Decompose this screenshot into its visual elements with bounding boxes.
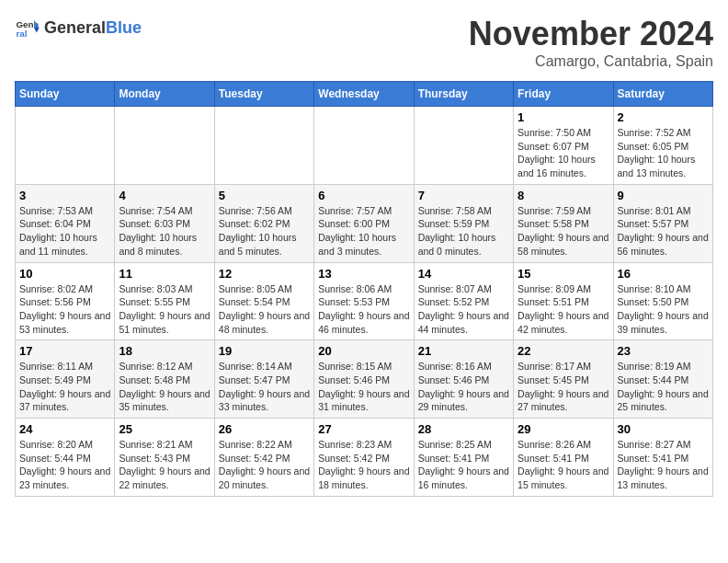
calendar-cell: 19Sunrise: 8:14 AMSunset: 5:47 PMDayligh… bbox=[214, 340, 313, 419]
day-number: 5 bbox=[219, 189, 310, 202]
day-info: Sunrise: 7:58 AMSunset: 5:59 PMDaylight:… bbox=[418, 204, 509, 259]
day-number: 10 bbox=[19, 267, 110, 281]
day-info: Sunrise: 8:09 AMSunset: 5:51 PMDaylight:… bbox=[518, 282, 609, 337]
day-number: 22 bbox=[518, 344, 609, 358]
calendar-cell bbox=[115, 107, 214, 185]
day-number: 9 bbox=[618, 189, 709, 202]
weekday-header-tuesday: Tuesday bbox=[214, 82, 313, 107]
day-number: 7 bbox=[418, 189, 509, 202]
calendar-cell bbox=[314, 107, 414, 185]
location-title: Camargo, Cantabria, Spain bbox=[469, 53, 713, 70]
calendar-cell: 18Sunrise: 8:12 AMSunset: 5:48 PMDayligh… bbox=[115, 340, 214, 419]
day-number: 14 bbox=[418, 267, 509, 281]
day-number: 11 bbox=[119, 267, 210, 281]
calendar-cell: 26Sunrise: 8:22 AMSunset: 5:42 PMDayligh… bbox=[214, 419, 313, 497]
day-number: 3 bbox=[19, 189, 110, 202]
logo-text-blue: Blue bbox=[106, 18, 142, 37]
calendar-cell: 6Sunrise: 7:57 AMSunset: 6:00 PMDaylight… bbox=[314, 184, 414, 262]
day-info: Sunrise: 7:56 AMSunset: 6:02 PMDaylight:… bbox=[219, 204, 310, 259]
day-number: 27 bbox=[318, 422, 409, 436]
day-number: 12 bbox=[219, 267, 310, 281]
day-info: Sunrise: 7:50 AMSunset: 6:07 PMDaylight:… bbox=[518, 126, 609, 180]
day-info: Sunrise: 8:05 AMSunset: 5:54 PMDaylight:… bbox=[219, 282, 310, 337]
calendar-cell: 13Sunrise: 8:06 AMSunset: 5:53 PMDayligh… bbox=[314, 262, 414, 340]
day-number: 8 bbox=[518, 189, 609, 202]
day-number: 29 bbox=[518, 422, 609, 436]
day-number: 28 bbox=[418, 422, 509, 436]
day-info: Sunrise: 8:15 AMSunset: 5:46 PMDaylight:… bbox=[318, 360, 409, 414]
day-number: 6 bbox=[318, 189, 409, 202]
calendar-cell: 14Sunrise: 8:07 AMSunset: 5:52 PMDayligh… bbox=[414, 262, 513, 340]
day-number: 25 bbox=[119, 422, 210, 436]
day-number: 2 bbox=[618, 110, 709, 124]
calendar-cell bbox=[16, 107, 115, 185]
day-info: Sunrise: 8:07 AMSunset: 5:52 PMDaylight:… bbox=[418, 282, 509, 337]
svg-marker-3 bbox=[34, 28, 40, 33]
calendar-cell: 23Sunrise: 8:19 AMSunset: 5:44 PMDayligh… bbox=[613, 340, 712, 419]
day-number: 21 bbox=[418, 344, 509, 358]
calendar-cell: 11Sunrise: 8:03 AMSunset: 5:55 PMDayligh… bbox=[115, 262, 214, 340]
day-info: Sunrise: 8:17 AMSunset: 5:45 PMDaylight:… bbox=[518, 360, 609, 414]
weekday-header-friday: Friday bbox=[514, 82, 613, 107]
day-info: Sunrise: 8:25 AMSunset: 5:41 PMDaylight:… bbox=[418, 438, 509, 492]
calendar-table: SundayMondayTuesdayWednesdayThursdayFrid… bbox=[15, 81, 713, 497]
calendar-week-row: 17Sunrise: 8:11 AMSunset: 5:49 PMDayligh… bbox=[16, 340, 713, 419]
day-info: Sunrise: 8:21 AMSunset: 5:43 PMDaylight:… bbox=[119, 438, 210, 492]
day-info: Sunrise: 8:26 AMSunset: 5:41 PMDaylight:… bbox=[518, 438, 609, 492]
calendar-cell: 1Sunrise: 7:50 AMSunset: 6:07 PMDaylight… bbox=[514, 107, 613, 185]
day-number: 26 bbox=[219, 422, 310, 436]
calendar-cell: 29Sunrise: 8:26 AMSunset: 5:41 PMDayligh… bbox=[514, 419, 613, 497]
day-info: Sunrise: 8:01 AMSunset: 5:57 PMDaylight:… bbox=[618, 204, 709, 259]
weekday-header-sunday: Sunday bbox=[16, 82, 115, 107]
day-number: 4 bbox=[119, 189, 210, 202]
day-info: Sunrise: 8:12 AMSunset: 5:48 PMDaylight:… bbox=[119, 360, 210, 414]
day-number: 19 bbox=[219, 344, 310, 358]
day-info: Sunrise: 8:02 AMSunset: 5:56 PMDaylight:… bbox=[19, 282, 110, 337]
day-info: Sunrise: 8:06 AMSunset: 5:53 PMDaylight:… bbox=[318, 282, 409, 337]
svg-text:ral: ral bbox=[16, 29, 27, 39]
calendar-cell: 25Sunrise: 8:21 AMSunset: 5:43 PMDayligh… bbox=[115, 419, 214, 497]
day-number: 23 bbox=[618, 344, 709, 358]
day-info: Sunrise: 7:54 AMSunset: 6:03 PMDaylight:… bbox=[119, 204, 210, 259]
title-area: November 2024 Camargo, Cantabria, Spain bbox=[469, 15, 713, 70]
day-info: Sunrise: 7:59 AMSunset: 5:58 PMDaylight:… bbox=[518, 204, 609, 259]
day-info: Sunrise: 7:57 AMSunset: 6:00 PMDaylight:… bbox=[318, 204, 409, 259]
calendar-cell: 16Sunrise: 8:10 AMSunset: 5:50 PMDayligh… bbox=[613, 262, 712, 340]
calendar-cell: 24Sunrise: 8:20 AMSunset: 5:44 PMDayligh… bbox=[16, 419, 115, 497]
calendar-cell: 8Sunrise: 7:59 AMSunset: 5:58 PMDaylight… bbox=[514, 184, 613, 262]
calendar-cell: 2Sunrise: 7:52 AMSunset: 6:05 PMDaylight… bbox=[613, 107, 712, 185]
calendar-week-row: 1Sunrise: 7:50 AMSunset: 6:07 PMDaylight… bbox=[16, 107, 713, 185]
calendar-cell: 3Sunrise: 7:53 AMSunset: 6:04 PMDaylight… bbox=[16, 184, 115, 262]
day-number: 16 bbox=[618, 267, 709, 281]
day-info: Sunrise: 8:23 AMSunset: 5:42 PMDaylight:… bbox=[318, 438, 409, 492]
calendar-cell: 10Sunrise: 8:02 AMSunset: 5:56 PMDayligh… bbox=[16, 262, 115, 340]
day-info: Sunrise: 8:11 AMSunset: 5:49 PMDaylight:… bbox=[19, 360, 110, 414]
day-info: Sunrise: 7:53 AMSunset: 6:04 PMDaylight:… bbox=[19, 204, 110, 259]
weekday-header-row: SundayMondayTuesdayWednesdayThursdayFrid… bbox=[16, 82, 713, 107]
logo-text-general: General bbox=[44, 18, 106, 37]
calendar-cell: 28Sunrise: 8:25 AMSunset: 5:41 PMDayligh… bbox=[414, 419, 513, 497]
logo-icon: Gene ral bbox=[15, 15, 40, 40]
logo: Gene ral GeneralBlue bbox=[15, 15, 142, 40]
day-info: Sunrise: 8:19 AMSunset: 5:44 PMDaylight:… bbox=[618, 360, 709, 414]
day-info: Sunrise: 8:16 AMSunset: 5:46 PMDaylight:… bbox=[418, 360, 509, 414]
day-number: 17 bbox=[19, 344, 110, 358]
weekday-header-wednesday: Wednesday bbox=[314, 82, 414, 107]
calendar-cell: 15Sunrise: 8:09 AMSunset: 5:51 PMDayligh… bbox=[514, 262, 613, 340]
weekday-header-thursday: Thursday bbox=[414, 82, 513, 107]
calendar-cell: 7Sunrise: 7:58 AMSunset: 5:59 PMDaylight… bbox=[414, 184, 513, 262]
day-info: Sunrise: 8:27 AMSunset: 5:41 PMDaylight:… bbox=[618, 438, 709, 492]
calendar-week-row: 3Sunrise: 7:53 AMSunset: 6:04 PMDaylight… bbox=[16, 184, 713, 262]
calendar-cell: 30Sunrise: 8:27 AMSunset: 5:41 PMDayligh… bbox=[613, 419, 712, 497]
calendar-cell bbox=[214, 107, 313, 185]
day-number: 1 bbox=[518, 110, 609, 124]
calendar-cell: 5Sunrise: 7:56 AMSunset: 6:02 PMDaylight… bbox=[214, 184, 313, 262]
calendar-week-row: 10Sunrise: 8:02 AMSunset: 5:56 PMDayligh… bbox=[16, 262, 713, 340]
day-number: 30 bbox=[618, 422, 709, 436]
calendar-cell: 4Sunrise: 7:54 AMSunset: 6:03 PMDaylight… bbox=[115, 184, 214, 262]
day-info: Sunrise: 7:52 AMSunset: 6:05 PMDaylight:… bbox=[618, 126, 709, 180]
day-number: 20 bbox=[318, 344, 409, 358]
calendar-cell bbox=[414, 107, 513, 185]
month-title: November 2024 bbox=[469, 15, 713, 53]
day-info: Sunrise: 8:22 AMSunset: 5:42 PMDaylight:… bbox=[219, 438, 310, 492]
